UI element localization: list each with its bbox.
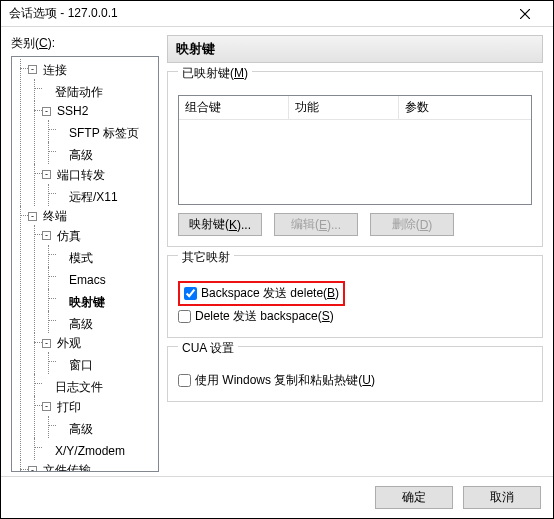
page-title: 映射键	[167, 35, 543, 63]
collapse-icon[interactable]: -	[42, 402, 51, 411]
window-title: 会话选项 - 127.0.0.1	[9, 5, 505, 22]
col-function[interactable]: 功能	[289, 96, 399, 119]
session-options-dialog: 会话选项 - 127.0.0.1 类别(C): -连接 登陆动作	[0, 0, 554, 519]
mapped-keys-group-title: 已映射键(M)	[178, 65, 252, 82]
collapse-icon[interactable]: -	[28, 212, 37, 221]
highlight-box: Backspace 发送 delete(B)	[178, 281, 345, 306]
delete-sends-backspace-checkbox[interactable]	[178, 310, 191, 323]
close-icon	[520, 9, 530, 19]
left-column: 类别(C): -连接 登陆动作 -SSH2 SFTP 标签页	[11, 35, 159, 472]
cua-settings-title: CUA 设置	[178, 340, 238, 357]
tree-item-portfwd[interactable]: -端口转发	[42, 166, 107, 184]
tree-item-login[interactable]: 登陆动作	[42, 83, 105, 101]
col-params[interactable]: 参数	[399, 96, 531, 119]
list-header: 组合键 功能 参数	[179, 96, 531, 120]
other-mapping-title: 其它映射	[178, 249, 234, 266]
collapse-icon[interactable]: -	[28, 466, 37, 473]
category-label: 类别(C):	[11, 35, 159, 52]
dialog-footer: 确定 取消	[1, 476, 553, 518]
backspace-sends-delete-label: Backspace 发送 delete(B)	[201, 285, 339, 302]
dialog-body: 类别(C): -连接 登陆动作 -SSH2 SFTP 标签页	[1, 27, 553, 476]
ok-button[interactable]: 确定	[375, 486, 453, 509]
tree-item-appearance[interactable]: -外观	[42, 334, 83, 352]
tree-item-print-advanced[interactable]: 高级	[56, 420, 95, 438]
tree-item-map-keys[interactable]: 映射键	[56, 293, 107, 311]
map-key-button[interactable]: 映射键(K)...	[178, 213, 262, 236]
mapped-keys-group: 已映射键(M) 组合键 功能 参数 映射键(K)... 编辑(E)...	[167, 71, 543, 247]
mapped-keys-list[interactable]: 组合键 功能 参数	[178, 95, 532, 205]
tree-item-emulation[interactable]: -仿真	[42, 227, 83, 245]
cua-settings-group: CUA 设置 使用 Windows 复制和粘贴热键(U)	[167, 346, 543, 402]
backspace-sends-delete-checkbox[interactable]	[184, 287, 197, 300]
tree-item-emulation-advanced[interactable]: 高级	[56, 315, 95, 333]
collapse-icon[interactable]: -	[42, 231, 51, 240]
tree-item-connection[interactable]: -连接	[28, 61, 69, 79]
tree-item-mode[interactable]: 模式	[56, 249, 95, 267]
mapped-keys-buttons: 映射键(K)... 编辑(E)... 删除(D)	[178, 213, 532, 236]
tree-item-ssh2-advanced[interactable]: 高级	[56, 146, 95, 164]
tree-item-file-transfer[interactable]: -文件传输	[28, 461, 93, 472]
edit-button: 编辑(E)...	[274, 213, 358, 236]
tree-item-log[interactable]: 日志文件	[42, 378, 105, 396]
tree-item-window[interactable]: 窗口	[56, 356, 95, 374]
category-tree[interactable]: -连接 登陆动作 -SSH2 SFTP 标签页 高级	[11, 56, 159, 472]
tree-item-remote-x11[interactable]: 远程/X11	[56, 188, 120, 206]
tree-item-ssh2[interactable]: -SSH2	[42, 102, 90, 120]
tree-item-xyzmodem[interactable]: X/Y/Zmodem	[42, 442, 127, 460]
collapse-icon[interactable]: -	[42, 339, 51, 348]
delete-sends-backspace-label: Delete 发送 backspace(S)	[195, 308, 334, 325]
tree-item-emacs[interactable]: Emacs	[56, 271, 108, 289]
close-button[interactable]	[505, 1, 545, 26]
cancel-button[interactable]: 取消	[463, 486, 541, 509]
use-windows-copy-paste-label: 使用 Windows 复制和粘贴热键(U)	[195, 372, 375, 389]
collapse-icon[interactable]: -	[42, 107, 51, 116]
use-windows-copy-paste-checkbox[interactable]	[178, 374, 191, 387]
collapse-icon[interactable]: -	[42, 170, 51, 179]
tree-item-sftp-tab[interactable]: SFTP 标签页	[56, 124, 141, 142]
tree-item-terminal[interactable]: -终端	[28, 207, 69, 225]
right-column: 映射键 已映射键(M) 组合键 功能 参数 映射键(K)...	[167, 35, 543, 472]
delete-button: 删除(D)	[370, 213, 454, 236]
col-combo[interactable]: 组合键	[179, 96, 289, 119]
tree-item-print[interactable]: -打印	[42, 398, 83, 416]
titlebar: 会话选项 - 127.0.0.1	[1, 1, 553, 27]
other-mapping-group: 其它映射 Backspace 发送 delete(B) Delete 发送 ba…	[167, 255, 543, 338]
collapse-icon[interactable]: -	[28, 65, 37, 74]
